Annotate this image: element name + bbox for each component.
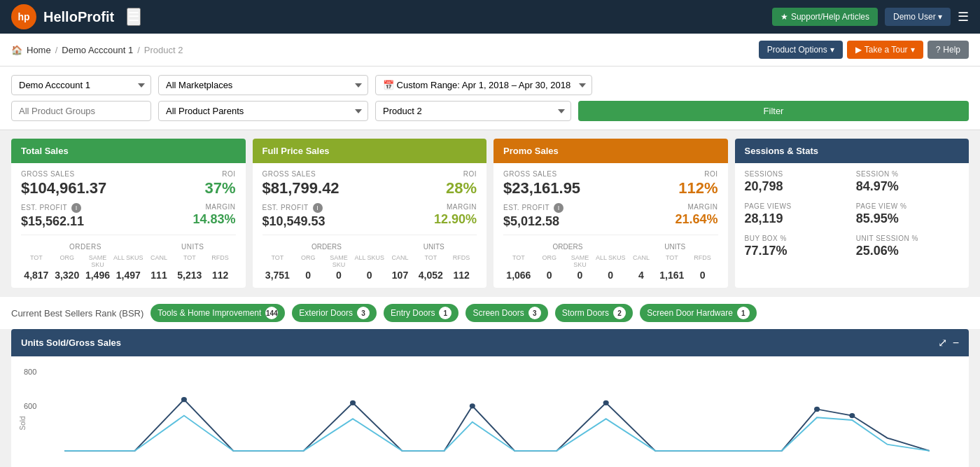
logo-icon[interactable]: hp (11, 4, 36, 29)
product-2-select[interactable]: Product 2 (375, 101, 571, 121)
bsr-label: Current Best Sellers Rank (BSR) (11, 308, 144, 319)
page-views-item: PAGE VIEWS 28,119 (745, 202, 848, 226)
promo-est-profit-info-icon[interactable]: i (554, 203, 564, 213)
help-icon: ? (936, 45, 941, 55)
bsr-tag-tools[interactable]: Tools & Home Improvement 144 (150, 304, 285, 322)
svg-point-0 (181, 397, 187, 402)
bsr-tag-exterior-doors[interactable]: Exterior Doors 3 (292, 304, 377, 322)
promo-sales-card: Promo Sales GROSS SALES $23,161.95 ROI 1… (493, 139, 728, 288)
chart-svg (22, 368, 958, 457)
product-groups-input[interactable] (11, 101, 151, 121)
y-axis-sold-label: Sold (19, 417, 27, 431)
filter-button-main[interactable]: Filter (578, 101, 969, 121)
svg-point-4 (814, 407, 820, 412)
bsr-bar: Current Best Sellers Rank (BSR) Tools & … (0, 296, 980, 329)
chart-header: Units Sold/Gross Sales ⤢ − (11, 329, 969, 356)
sessions-item: SESSIONS 20,798 (745, 170, 848, 194)
logo-area: hp HelloProfit ☰ (11, 4, 141, 29)
top-navigation: hp HelloProfit ☰ ★ Support/Help Articles… (0, 0, 980, 34)
y-axis-mid: 600 (24, 402, 36, 410)
promo-sales-header: Promo Sales (493, 139, 728, 163)
total-sales-body: GROSS SALES $104,961.37 ROI 37% EST. PRO… (11, 163, 246, 288)
breadcrumb-bar: 🏠 Home / Demo Acccount 1 / Product 2 Pro… (0, 34, 980, 67)
chart-controls: ⤢ − (938, 336, 959, 349)
bsr-tag-screen-door-hardware[interactable]: Screen Door Hardware 1 (640, 304, 757, 322)
chart-title: Units Sold/Gross Sales (21, 337, 121, 348)
sessions-stats-card: Sessions & Stats SESSIONS 20,798 SESSION… (735, 139, 969, 288)
support-help-button[interactable]: ★ Support/Help Articles (772, 8, 878, 26)
svg-point-3 (603, 400, 609, 405)
sessions-stats-body: SESSIONS 20,798 SESSION % 84.97% PAGE VI… (735, 163, 969, 265)
marketplaces-select[interactable]: All Marketplaces (158, 75, 368, 95)
total-sales-header: Total Sales (11, 139, 246, 163)
full-price-sales-header: Full Price Sales (253, 139, 487, 163)
filter-row-1: Demo Acccount 1 All Marketplaces 📅 Custo… (11, 75, 969, 95)
breadcrumb-actions: Product Options ▾ ▶ Take a Tour ▾ ? Help (759, 41, 969, 59)
page-view-pct-item: PAGE VIEW % 85.95% (856, 202, 959, 226)
promo-sales-body: GROSS SALES $23,161.95 ROI 112% EST. PRO… (493, 163, 728, 288)
home-icon: 🏠 (11, 45, 22, 55)
product-options-button[interactable]: Product Options ▾ (759, 41, 843, 59)
breadcrumb-account[interactable]: Demo Acccount 1 (62, 45, 133, 55)
session-pct-item: SESSION % 84.97% (856, 170, 959, 194)
filter-row-2: All Product Parents Product 2 Filter (11, 101, 969, 121)
unit-session-item: UNIT SESSION % 25.06% (856, 235, 959, 258)
take-tour-button[interactable]: ▶ Take a Tour ▾ (847, 41, 923, 59)
chart-expand-button[interactable]: ⤢ (938, 336, 947, 349)
svg-point-2 (470, 403, 475, 408)
cards-container: Total Sales GROSS SALES $104,961.37 ROI … (0, 130, 980, 296)
breadcrumb-current: Product 2 (144, 45, 183, 55)
chart-section: Units Sold/Gross Sales ⤢ − 800 600 Sold (11, 329, 969, 467)
nav-right: ★ Support/Help Articles Demo User ▾ ☰ (772, 8, 969, 26)
breadcrumb-home[interactable]: Home (27, 45, 51, 55)
demo-user-button[interactable]: Demo User ▾ (885, 8, 951, 26)
breadcrumb-sep-2: / (137, 45, 140, 55)
product-parents-select[interactable]: All Product Parents (158, 101, 368, 121)
menu-lines-button[interactable]: ☰ (958, 9, 969, 25)
account-select[interactable]: Demo Acccount 1 (11, 75, 151, 95)
buy-box-item: BUY BOX % 77.17% (745, 235, 848, 258)
play-icon: ▶ (855, 45, 862, 55)
star-icon: ★ (780, 12, 788, 22)
chart-body: 800 600 Sold (11, 356, 969, 467)
breadcrumb-sep-1: / (55, 45, 58, 55)
hamburger-button[interactable]: ☰ (127, 8, 141, 26)
app-name: HelloProfit (43, 9, 114, 25)
svg-point-1 (350, 400, 356, 405)
fp-est-profit-info-icon[interactable]: i (313, 203, 323, 213)
filter-container: Demo Acccount 1 All Marketplaces 📅 Custo… (0, 67, 980, 130)
full-price-sales-body: GROSS SALES $81,799.42 ROI 28% EST. PROF… (253, 163, 487, 288)
total-sales-card: Total Sales GROSS SALES $104,961.37 ROI … (11, 139, 246, 288)
full-price-sales-card: Full Price Sales GROSS SALES $81,799.42 … (253, 139, 487, 288)
breadcrumb: 🏠 Home / Demo Acccount 1 / Product 2 (11, 45, 183, 55)
sessions-stats-header: Sessions & Stats (735, 139, 969, 163)
bsr-tag-screen-doors[interactable]: Screen Doors 3 (465, 304, 547, 322)
bsr-tag-storm-doors[interactable]: Storm Doors 2 (555, 304, 633, 322)
date-range-select[interactable]: 📅 Custom Range: Apr 1, 2018 – Apr 30, 20… (375, 75, 592, 95)
est-profit-info-icon[interactable]: i (71, 203, 81, 213)
y-axis-top: 800 (24, 368, 36, 376)
take-tour-chevron-icon: ▾ (911, 45, 915, 55)
chevron-down-icon: ▾ (830, 45, 834, 55)
bsr-tag-entry-doors[interactable]: Entry Doors 1 (384, 304, 458, 322)
chart-minimize-button[interactable]: − (953, 337, 959, 349)
svg-point-5 (849, 413, 855, 418)
help-button[interactable]: ? Help (927, 41, 969, 59)
